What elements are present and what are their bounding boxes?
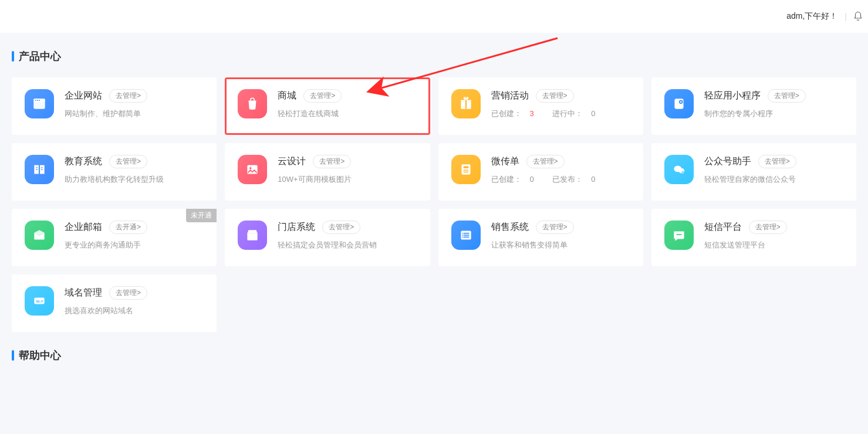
pub-value: 0 bbox=[591, 175, 595, 184]
image-icon bbox=[238, 155, 267, 184]
card-desc: 让获客和销售变得简单 bbox=[491, 240, 630, 250]
products-title-row: 产品中心 bbox=[12, 49, 856, 63]
products-section: 产品中心 企业网站 去管理> 网站制作、维护都简单 商城 bbox=[0, 33, 868, 332]
bell-icon[interactable] bbox=[853, 11, 863, 22]
created-value: 3 bbox=[530, 109, 534, 118]
title-accent-bar bbox=[12, 350, 14, 361]
card-sms[interactable]: 短信平台 去管理> 短信发送管理平台 bbox=[651, 209, 856, 266]
svg-point-28 bbox=[462, 235, 463, 236]
chat-icon bbox=[664, 221, 694, 250]
card-desc: 短信发送管理平台 bbox=[704, 240, 843, 250]
shopping-bag-icon bbox=[238, 89, 267, 118]
title-accent-bar bbox=[12, 51, 14, 62]
svg-point-15 bbox=[249, 167, 251, 169]
top-bar: adm,下午好！ | bbox=[0, 0, 868, 33]
card-website[interactable]: 企业网站 去管理> 网站制作、维护都简单 bbox=[12, 77, 217, 135]
card-desc: 轻松打造在线商城 bbox=[278, 108, 417, 119]
running-label: 进行中： bbox=[552, 109, 583, 118]
card-desc: 制作您的专属小程序 bbox=[704, 108, 843, 119]
svg-point-4 bbox=[39, 100, 40, 101]
card-desc: 轻松管理自家的微信公众号 bbox=[704, 174, 843, 185]
card-desc: 轻松搞定会员管理和会员营销 bbox=[278, 240, 417, 250]
not-opened-badge: 未开通 bbox=[186, 209, 217, 222]
card-desc: 10W+可商用模板图片 bbox=[278, 174, 417, 185]
product-cards-grid: 企业网站 去管理> 网站制作、维护都简单 商城 去管理> 轻松打造在线商城 bbox=[12, 77, 856, 332]
card-domain[interactable]: w.= 域名管理 去管理> 挑选喜欢的网站域名 bbox=[12, 274, 217, 332]
domain-icon: w.= bbox=[25, 286, 54, 316]
manage-button[interactable]: 去管理> bbox=[109, 89, 147, 103]
card-title: 轻应用小程序 bbox=[704, 90, 761, 102]
card-marketing[interactable]: 营销活动 去管理> 已创建：3 进行中：0 bbox=[438, 77, 643, 135]
open-button[interactable]: 去开通> bbox=[109, 221, 147, 234]
svg-text:w.=: w.= bbox=[36, 299, 44, 304]
card-title: 云设计 bbox=[278, 155, 306, 168]
card-flyer[interactable]: 微传单 去管理> 已创建：0 已发布：0 bbox=[438, 143, 643, 201]
manage-button[interactable]: 去管理> bbox=[109, 286, 147, 300]
manage-button[interactable]: 去管理> bbox=[303, 89, 342, 103]
manage-button[interactable]: 去管理> bbox=[526, 155, 565, 168]
svg-rect-17 bbox=[463, 167, 468, 168]
help-title-row: 帮助中心 bbox=[12, 348, 856, 362]
list-icon bbox=[451, 221, 481, 250]
help-title: 帮助中心 bbox=[19, 348, 61, 362]
mail-icon bbox=[25, 221, 54, 250]
card-title: 短信平台 bbox=[704, 221, 742, 233]
manage-button[interactable]: 去管理> bbox=[536, 221, 574, 234]
card-title: 微传单 bbox=[491, 155, 519, 168]
gift-icon bbox=[451, 89, 481, 118]
manage-button[interactable]: 去管理> bbox=[768, 89, 806, 103]
card-wechat[interactable]: 公众号助手 去管理> 轻松管理自家的微信公众号 bbox=[651, 143, 856, 201]
manage-button[interactable]: 去管理> bbox=[322, 221, 360, 234]
card-title: 企业网站 bbox=[65, 90, 102, 102]
created-value: 0 bbox=[530, 175, 534, 184]
card-title: 公众号助手 bbox=[704, 155, 751, 168]
svg-rect-8 bbox=[674, 99, 683, 108]
pub-label: 已发布： bbox=[552, 175, 583, 184]
card-title: 门店系统 bbox=[278, 221, 315, 233]
card-desc: 网站制作、维护都简单 bbox=[65, 108, 204, 119]
wechat-icon bbox=[664, 155, 694, 184]
greeting-text: adm,下午好！ bbox=[786, 11, 837, 22]
card-store[interactable]: 门店系统 去管理> 轻松搞定会员管理和会员营销 bbox=[225, 209, 430, 266]
card-stats: 已创建：0 已发布：0 bbox=[491, 174, 630, 185]
card-title: 域名管理 bbox=[65, 287, 102, 299]
manage-button[interactable]: 去管理> bbox=[758, 155, 796, 168]
manage-button[interactable]: 去管理> bbox=[536, 89, 574, 103]
help-section: 帮助中心 bbox=[0, 338, 868, 362]
miniapp-icon bbox=[664, 89, 694, 118]
card-title: 营销活动 bbox=[491, 90, 529, 102]
card-mall[interactable]: 商城 去管理> 轻松打造在线商城 bbox=[225, 77, 430, 135]
svg-point-29 bbox=[462, 236, 463, 238]
card-title: 教育系统 bbox=[65, 155, 102, 168]
created-label: 已创建： bbox=[491, 109, 522, 118]
created-label: 已创建： bbox=[491, 175, 522, 184]
card-title: 企业邮箱 bbox=[65, 221, 102, 233]
card-desc: 更专业的商务沟通助手 bbox=[65, 240, 204, 250]
card-design[interactable]: 云设计 去管理> 10W+可商用模板图片 bbox=[225, 143, 430, 201]
card-title: 商城 bbox=[278, 90, 296, 102]
top-separator: | bbox=[845, 12, 847, 21]
card-stats: 已创建：3 进行中：0 bbox=[491, 108, 630, 119]
card-sales[interactable]: 销售系统 去管理> 让获客和销售变得简单 bbox=[438, 209, 643, 266]
card-desc: 助力教培机构数字化转型升级 bbox=[65, 174, 204, 185]
browser-icon bbox=[25, 89, 54, 118]
book-icon bbox=[25, 155, 54, 184]
svg-rect-7 bbox=[465, 100, 466, 109]
card-miniapp[interactable]: 轻应用小程序 去管理> 制作您的专属小程序 bbox=[651, 77, 856, 135]
svg-point-3 bbox=[37, 100, 38, 101]
card-title: 销售系统 bbox=[491, 221, 529, 233]
manage-button[interactable]: 去管理> bbox=[313, 155, 351, 168]
products-title: 产品中心 bbox=[19, 49, 61, 63]
svg-rect-16 bbox=[461, 164, 470, 174]
card-desc: 挑选喜欢的网站域名 bbox=[65, 306, 204, 316]
manage-button[interactable]: 去管理> bbox=[749, 221, 787, 234]
running-value: 0 bbox=[591, 109, 595, 118]
store-icon bbox=[238, 221, 267, 250]
card-mailbox[interactable]: 未开通 企业邮箱 去开通> 更专业的商务沟通助手 bbox=[12, 209, 217, 266]
manage-button[interactable]: 去管理> bbox=[109, 155, 147, 168]
svg-point-2 bbox=[35, 100, 36, 101]
card-edu[interactable]: 教育系统 去管理> 助力教培机构数字化转型升级 bbox=[12, 143, 217, 201]
svg-point-27 bbox=[462, 233, 463, 234]
flyer-icon bbox=[451, 155, 481, 184]
